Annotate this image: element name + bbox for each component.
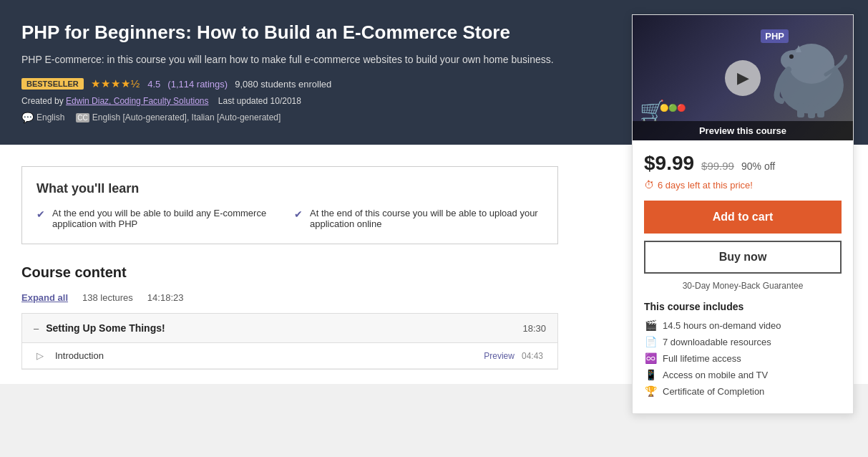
lecture-row: ▷ Introduction Preview 04:43 — [22, 343, 557, 369]
speech-bubble-icon: 💬 — [21, 112, 34, 123]
svg-rect-6 — [808, 105, 815, 118]
original-price: $99.99 — [701, 160, 734, 172]
hero-subtitle: PHP E-commerce: in this course you will … — [21, 52, 565, 67]
hero-content: PHP for Beginners: How to Build an E-Com… — [21, 21, 587, 123]
creator-info: Created by Edwin Diaz, Coding Faculty So… — [21, 96, 587, 106]
svg-rect-7 — [817, 103, 824, 117]
svg-point-3 — [789, 54, 794, 59]
svg-rect-5 — [797, 103, 804, 117]
captions-item: CC English [Auto-generated], Italian [Au… — [76, 112, 281, 122]
expand-all-button[interactable]: Expand all — [21, 292, 68, 303]
total-duration: 14:18:23 — [147, 292, 184, 303]
buy-now-button[interactable]: Buy now — [644, 241, 842, 274]
price-row: $9.99 $99.99 90% off — [644, 152, 842, 175]
preview-link[interactable]: Preview — [484, 351, 515, 361]
includes-title: This course includes — [644, 301, 842, 312]
section-row[interactable]: – Setting Up Some Things! 18:30 — [22, 314, 557, 343]
page-wrapper: PHP for Beginners: How to Build an E-Com… — [0, 0, 868, 457]
page-title: PHP for Beginners: How to Build an E-Com… — [21, 21, 587, 44]
learn-item: ✔ At the end you will be able to build a… — [36, 208, 286, 229]
content-header: Expand all 138 lectures 14:18:23 — [21, 292, 558, 303]
section-duration: 18:30 — [522, 323, 546, 334]
lecture-name: Introduction — [55, 350, 477, 361]
includes-video: 🎬 14.5 hours on-demand video — [644, 319, 842, 331]
document-icon: 📄 — [644, 336, 657, 347]
learn-grid: ✔ At the end you will be able to build a… — [36, 208, 543, 229]
check-icon: ✔ — [36, 208, 45, 220]
includes-certificate: 🏆 Certificate of Completion — [644, 385, 842, 397]
course-includes: This course includes 🎬 14.5 hours on-dem… — [633, 301, 853, 413]
creator-link[interactable]: Edwin Diaz, Coding Faculty Solutions — [66, 96, 208, 106]
section-name: Setting Up Some Things! — [46, 322, 515, 334]
includes-resources: 📄 7 downloadable resources — [644, 336, 842, 347]
video-icon: 🎬 — [644, 319, 657, 331]
learn-box: What you'll learn ✔ At the end you will … — [21, 166, 558, 244]
certificate-icon: 🏆 — [644, 385, 657, 397]
price-section: $9.99 $99.99 90% off ⏱ 6 days left at th… — [633, 140, 853, 291]
cart-items: 🟡🟢🔴 — [660, 104, 686, 112]
main-content: What you'll learn ✔ At the end you will … — [0, 145, 580, 384]
svg-point-2 — [781, 50, 806, 70]
includes-mobile: 📱 Access on mobile and TV — [644, 369, 842, 380]
price-card: 🛒 🟡🟢🔴 PHP ▶ Preview this course $9.99 $9… — [632, 14, 854, 414]
add-to-cart-button[interactable]: Add to cart — [644, 201, 842, 234]
language-item: 💬 English — [21, 112, 64, 123]
course-section: – Setting Up Some Things! 18:30 ▷ Introd… — [21, 313, 558, 370]
rating-value: 4.5 — [147, 79, 160, 90]
preview-label: Preview this course — [633, 121, 853, 140]
rating-count: (1,114 ratings) — [167, 79, 228, 90]
course-preview[interactable]: 🛒 🟡🟢🔴 PHP ▶ Preview this course — [633, 15, 853, 140]
php-label: PHP — [761, 29, 789, 43]
mobile-icon: 📱 — [644, 369, 657, 380]
lecture-count: 138 lectures — [82, 292, 133, 303]
play-button[interactable]: ▶ — [725, 60, 761, 96]
check-icon: ✔ — [294, 208, 303, 220]
cc-icon: CC — [76, 113, 89, 122]
includes-lifetime: ♾️ Full lifetime access — [644, 352, 842, 364]
course-content-section: Course content Expand all 138 lectures 1… — [21, 264, 558, 370]
days-left: ⏱ 6 days left at this price! — [644, 179, 842, 191]
infinity-icon: ♾️ — [644, 352, 657, 364]
hero-meta: BESTSELLER ★★★★½ 4.5 (1,114 ratings) 9,0… — [21, 77, 587, 90]
discount-label: 90% off — [741, 160, 775, 172]
hero-section: PHP for Beginners: How to Build an E-Com… — [0, 0, 868, 145]
current-price: $9.99 — [644, 152, 694, 175]
students-enrolled: 9,080 students enrolled — [235, 79, 331, 90]
star-rating: ★★★★½ — [91, 77, 141, 90]
lecture-time: 04:43 — [522, 351, 543, 361]
money-back-guarantee: 30-Day Money-Back Guarantee — [644, 281, 842, 291]
play-circle-icon: ▷ — [36, 350, 48, 361]
clock-icon: ⏱ — [644, 179, 654, 191]
section-toggle[interactable]: – — [34, 323, 39, 334]
course-content-title: Course content — [21, 264, 558, 281]
language-info: 💬 English CC English [Auto-generated], I… — [21, 112, 587, 123]
learn-item: ✔ At the end of this course you will be … — [294, 208, 543, 229]
learn-title: What you'll learn — [36, 181, 543, 196]
bestseller-badge: BESTSELLER — [21, 78, 84, 90]
